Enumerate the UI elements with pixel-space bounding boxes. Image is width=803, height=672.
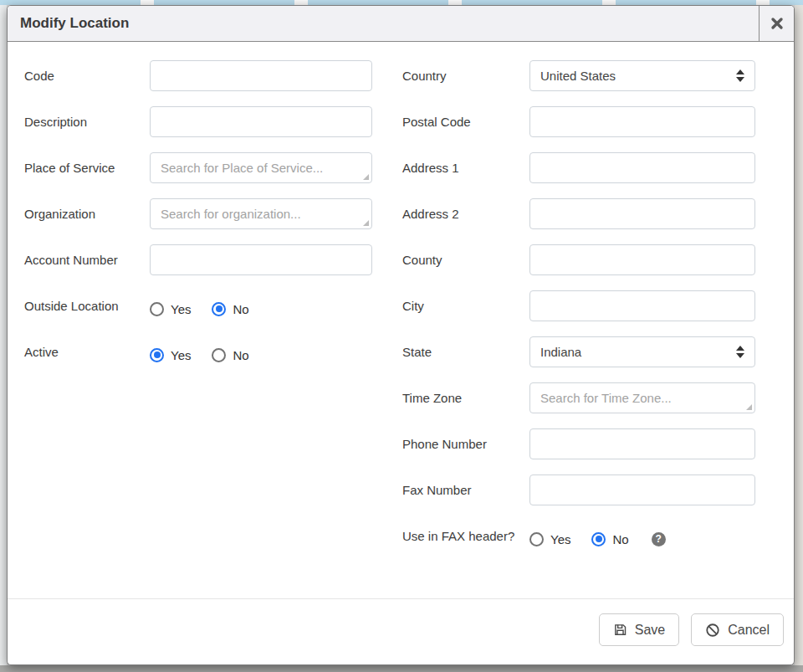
active-no-label: No [233, 348, 248, 362]
background-page-bottom [0, 665, 803, 672]
modify-location-dialog: Modify Location Code Description Place o… [7, 5, 795, 665]
description-label: Description [24, 106, 150, 132]
select-arrows-icon [736, 346, 744, 358]
active-label: Active [24, 336, 150, 362]
form-row-county: County [402, 244, 755, 275]
postal-code-label: Postal Code [402, 106, 529, 132]
form-row-country: Country United States [402, 60, 755, 91]
cancel-button-label: Cancel [728, 623, 770, 638]
place-of-service-combo[interactable]: Search for Place of Service... [150, 152, 372, 183]
form-row-phone-number: Phone Number [402, 428, 755, 459]
code-label: Code [24, 60, 150, 86]
close-icon [770, 17, 784, 30]
form-row-description: Description [24, 106, 372, 137]
country-label: Country [402, 60, 529, 86]
postal-code-input[interactable] [529, 106, 755, 137]
form-row-address1: Address 1 [402, 152, 755, 183]
use-in-fax-header-label: Use in FAX header? [402, 521, 529, 546]
organization-combo[interactable]: Search for organization... [150, 198, 372, 229]
state-select[interactable]: Indiana [529, 336, 755, 367]
form-row-place-of-service: Place of Service Search for Place of Ser… [24, 152, 372, 183]
save-icon [613, 623, 627, 637]
fax-header-radio-no[interactable] [591, 532, 606, 546]
place-of-service-label: Place of Service [24, 152, 150, 178]
code-input[interactable] [150, 60, 372, 91]
form-row-address2: Address 2 [402, 198, 755, 229]
country-value: United States [540, 69, 616, 83]
address1-label: Address 1 [402, 152, 529, 178]
close-button[interactable] [759, 6, 794, 41]
state-label: State [402, 336, 529, 362]
active-radio-no[interactable] [212, 348, 226, 362]
address1-input[interactable] [529, 152, 755, 183]
state-value: Indiana [540, 345, 581, 359]
outside-location-radio-no[interactable] [212, 302, 226, 316]
dialog-footer: Save Cancel [8, 598, 794, 664]
active-yes-label: Yes [171, 348, 191, 362]
fax-number-label: Fax Number [402, 475, 529, 500]
phone-number-label: Phone Number [402, 428, 529, 454]
phone-number-input[interactable] [529, 428, 755, 459]
save-button-label: Save [635, 623, 665, 638]
place-of-service-placeholder: Search for Place of Service... [161, 161, 323, 175]
dialog-title: Modify Location [8, 6, 759, 41]
country-select[interactable]: United States [529, 60, 755, 91]
fax-number-input[interactable] [529, 475, 755, 505]
form-right-column: Country United States Postal Code Addres… [402, 60, 755, 567]
form-row-fax-number: Fax Number [402, 475, 755, 505]
account-number-input[interactable] [150, 244, 372, 275]
address2-input[interactable] [529, 198, 755, 229]
form-row-account-number: Account Number [24, 244, 372, 275]
form-row-organization: Organization Search for organization... [24, 198, 372, 229]
address2-label: Address 2 [402, 198, 529, 224]
form-row-state: State Indiana [402, 336, 755, 367]
outside-location-label: Outside Location [24, 290, 150, 316]
time-zone-label: Time Zone [402, 382, 529, 408]
fax-header-yes-label: Yes [550, 532, 570, 546]
time-zone-combo[interactable]: Search for Time Zone... [529, 382, 755, 413]
form-row-city: City [402, 290, 755, 321]
form-row-time-zone: Time Zone Search for Time Zone... [402, 382, 755, 413]
active-radio-yes[interactable] [150, 348, 164, 362]
form-row-postal-code: Postal Code [402, 106, 755, 137]
cancel-button[interactable]: Cancel [691, 613, 784, 646]
county-label: County [402, 244, 529, 270]
city-label: City [402, 290, 529, 316]
county-input[interactable] [529, 244, 755, 275]
form-left-column: Code Description Place of Service Search… [24, 60, 372, 567]
help-icon[interactable]: ? [652, 532, 666, 546]
form-row-active: Active Yes No [24, 336, 372, 367]
save-button[interactable]: Save [599, 613, 679, 646]
organization-placeholder: Search for organization... [161, 207, 301, 221]
outside-location-yes-label: Yes [171, 302, 191, 316]
account-number-label: Account Number [24, 244, 150, 270]
fax-header-radio-yes[interactable] [529, 532, 544, 546]
outside-location-radio-yes[interactable] [150, 302, 164, 316]
outside-location-no-label: No [233, 302, 248, 316]
form-row-outside-location: Outside Location Yes No [24, 290, 372, 321]
city-input[interactable] [529, 290, 755, 321]
fax-header-no-label: No [612, 532, 628, 546]
form-row-use-in-fax-header: Use in FAX header? Yes No ? [402, 521, 755, 551]
dialog-header: Modify Location [8, 6, 794, 42]
dialog-body: Code Description Place of Service Search… [8, 42, 794, 598]
description-input[interactable] [150, 106, 372, 137]
select-arrows-icon [736, 69, 744, 82]
cancel-icon [705, 623, 720, 638]
time-zone-placeholder: Search for Time Zone... [540, 391, 672, 405]
organization-label: Organization [24, 198, 150, 224]
form-row-code: Code [24, 60, 372, 91]
